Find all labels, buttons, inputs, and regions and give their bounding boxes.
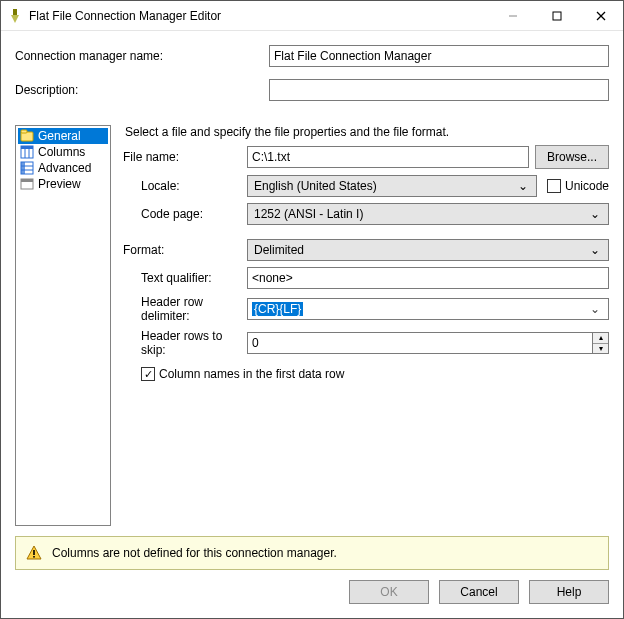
file-name-input[interactable]	[247, 146, 529, 168]
text-qualifier-input[interactable]	[247, 267, 609, 289]
first-row-label: Column names in the first data row	[159, 367, 344, 381]
sidebar-item-advanced[interactable]: Advanced	[18, 160, 108, 176]
sidebar-item-general[interactable]: General	[18, 128, 108, 144]
help-label: Help	[557, 585, 582, 599]
text-qualifier-label: Text qualifier:	[123, 271, 247, 285]
cancel-label: Cancel	[460, 585, 497, 599]
codepage-combo[interactable]: 1252 (ANSI - Latin I) ⌄	[247, 203, 609, 225]
chevron-down-icon: ⌄	[586, 243, 604, 257]
locale-combo[interactable]: English (United States) ⌄	[247, 175, 537, 197]
file-name-label: File name:	[123, 150, 247, 164]
conn-name-label: Connection manager name:	[15, 49, 269, 63]
conn-name-input[interactable]	[269, 45, 609, 67]
spin-down-button[interactable]: ▾	[593, 344, 608, 354]
content-panel: Select a file and specify the file prope…	[123, 125, 609, 526]
svg-rect-10	[21, 146, 33, 149]
svg-rect-6	[21, 130, 27, 133]
unicode-checkbox[interactable]	[547, 179, 561, 193]
svg-rect-18	[33, 556, 35, 558]
description-label: Description:	[15, 83, 269, 97]
sidebar: General Columns Advanced Preview	[15, 125, 111, 526]
spin-up-button[interactable]: ▴	[593, 333, 608, 344]
app-icon	[7, 8, 23, 24]
titlebar: Flat File Connection Manager Editor	[1, 1, 623, 31]
sidebar-item-label: General	[38, 129, 81, 143]
locale-label: Locale:	[123, 179, 247, 193]
header-skip-input[interactable]	[247, 332, 593, 354]
format-combo[interactable]: Delimited ⌄	[247, 239, 609, 261]
header-delimiter-combo[interactable]: {CR}{LF} ⌄	[247, 298, 609, 320]
format-value: Delimited	[254, 243, 304, 257]
locale-value: English (United States)	[254, 179, 377, 193]
svg-rect-16	[21, 179, 33, 182]
top-fields: Connection manager name: Description:	[1, 31, 623, 119]
header-skip-label: Header rows to skip:	[123, 329, 247, 357]
minimize-button[interactable]	[491, 1, 535, 30]
format-label: Format:	[123, 243, 247, 257]
header-delimiter-label: Header row delimiter:	[123, 295, 247, 323]
chevron-down-icon: ⌄	[514, 179, 532, 193]
warning-bar: Columns are not defined for this connect…	[15, 536, 609, 570]
svg-rect-2	[553, 12, 561, 20]
unicode-label: Unicode	[565, 179, 609, 193]
chevron-down-icon: ⌄	[586, 302, 604, 316]
codepage-value: 1252 (ANSI - Latin I)	[254, 207, 363, 221]
intro-text: Select a file and specify the file prope…	[125, 125, 609, 139]
svg-rect-0	[13, 9, 17, 15]
codepage-label: Code page:	[123, 207, 247, 221]
help-button[interactable]: Help	[529, 580, 609, 604]
svg-rect-17	[33, 550, 35, 555]
close-button[interactable]	[579, 1, 623, 30]
sidebar-item-label: Advanced	[38, 161, 91, 175]
preview-icon	[20, 177, 34, 191]
header-delimiter-value: {CR}{LF}	[252, 302, 303, 316]
window-title: Flat File Connection Manager Editor	[29, 9, 491, 23]
ok-label: OK	[380, 585, 397, 599]
description-input[interactable]	[269, 79, 609, 101]
sidebar-item-preview[interactable]: Preview	[18, 176, 108, 192]
svg-rect-14	[21, 162, 25, 174]
footer: OK Cancel Help	[1, 580, 623, 618]
maximize-button[interactable]	[535, 1, 579, 30]
chevron-down-icon: ⌄	[586, 207, 604, 221]
warning-icon	[26, 545, 42, 561]
ok-button[interactable]: OK	[349, 580, 429, 604]
advanced-icon	[20, 161, 34, 175]
sidebar-item-columns[interactable]: Columns	[18, 144, 108, 160]
general-icon	[20, 129, 34, 143]
first-row-checkbox[interactable]	[141, 367, 155, 381]
browse-label: Browse...	[547, 150, 597, 164]
cancel-button[interactable]: Cancel	[439, 580, 519, 604]
warning-text: Columns are not defined for this connect…	[52, 546, 337, 560]
browse-button[interactable]: Browse...	[535, 145, 609, 169]
sidebar-item-label: Columns	[38, 145, 85, 159]
columns-icon	[20, 145, 34, 159]
sidebar-item-label: Preview	[38, 177, 81, 191]
